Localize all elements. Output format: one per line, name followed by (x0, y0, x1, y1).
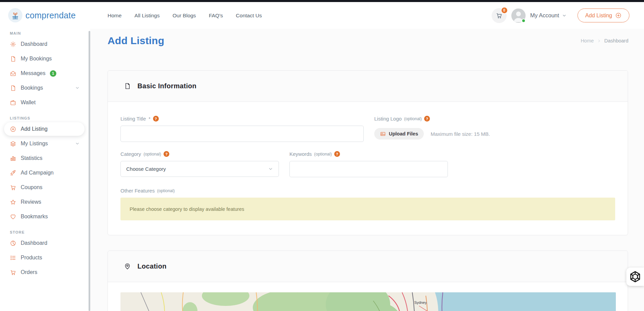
sidebar-section-listings: LISTINGS (0, 116, 89, 120)
breadcrumb-current: Dashboard (604, 38, 628, 43)
sidebar-item-bookings[interactable]: Bookings (4, 81, 84, 95)
sidebar-item-bookmarks[interactable]: Bookmarks (4, 210, 84, 223)
sidebar-item-products[interactable]: Products (4, 251, 84, 264)
card-title: Location (137, 262, 167, 270)
document-icon (124, 83, 131, 90)
brand-logo[interactable]: comprendate (0, 6, 89, 24)
sidebar-item-ad-campaign[interactable]: Ad Campaign (4, 166, 84, 180)
map-city-label: Sydney (414, 300, 427, 305)
sidebar-item-messages[interactable]: Messages 1 (4, 67, 84, 80)
nav-faqs[interactable]: FAQ's (209, 13, 223, 19)
bar-chart-icon (10, 155, 16, 162)
listing-title-input[interactable] (120, 126, 364, 142)
sidebar-item-coupons[interactable]: Coupons (4, 181, 84, 194)
messages-count-badge: 1 (50, 70, 56, 77)
sidebar-section-main: MAIN (0, 31, 89, 35)
wallet-icon (10, 99, 16, 106)
pie-chart-icon (10, 240, 16, 246)
add-listing-button[interactable]: Add Listing (577, 8, 629, 22)
listing-title-label: Listing Title* ? (120, 116, 364, 122)
plus-circle-icon (615, 12, 622, 19)
map-pin-icon (124, 263, 131, 270)
breadcrumb-home[interactable]: Home (581, 38, 594, 43)
sidebar-item-label: Bookmarks (21, 214, 48, 220)
card-title: Basic Information (137, 82, 196, 90)
sidebar-item-label: Orders (21, 269, 37, 275)
max-file-size-note: Maximum file size: 15 MB. (431, 131, 490, 137)
sidebar-item-label: Wallet (21, 99, 36, 106)
image-icon (380, 131, 386, 137)
sidebar-item-statistics[interactable]: Statistics (4, 151, 84, 165)
help-icon[interactable]: ? (334, 151, 340, 157)
location-card: Location (108, 251, 628, 311)
category-label: Category(optional) ? (120, 151, 279, 157)
rocket-icon (10, 170, 16, 176)
sidebar-item-label: Dashboard (21, 240, 47, 246)
page-content: Add Listing Home Dashboard Basic Informa… (90, 29, 644, 311)
brand-name: comprendate (25, 11, 76, 20)
star-icon (10, 199, 16, 205)
plus-circle-icon (10, 126, 16, 132)
keywords-label: Keywords(optional) ? (289, 151, 448, 157)
main-nav: Home All Listings Our Blogs FAQ's Contac… (108, 13, 262, 19)
help-icon[interactable]: ? (424, 116, 430, 122)
file-icon (10, 85, 16, 91)
sidebar-item-wallet[interactable]: Wallet (4, 96, 84, 109)
basic-information-card: Basic Information Listing Title* ? (108, 70, 628, 235)
heart-icon (10, 214, 16, 220)
sidebar-scrollbar[interactable] (89, 2, 90, 311)
chevron-down-icon (562, 13, 567, 18)
sidebar-item-label: Ad Campaign (21, 170, 54, 176)
file-icon (10, 56, 16, 62)
sidebar-item-label: Dashboard (21, 41, 47, 47)
cart-button[interactable]: 0 (492, 8, 507, 23)
sidebar-item-orders[interactable]: Orders (4, 266, 84, 279)
sidebar-item-my-listings[interactable]: My Listings (4, 137, 84, 150)
cart-count-badge: 0 (501, 7, 508, 14)
my-account-label: My Account (530, 12, 559, 19)
online-status-dot (522, 19, 526, 23)
sidebar-item-label: My Listings (21, 141, 48, 147)
brand-logo-icon (8, 8, 22, 22)
category-selected-value: Choose Category (126, 166, 166, 172)
nav-our-blogs[interactable]: Our Blogs (172, 13, 196, 19)
chevron-down-icon (268, 166, 273, 171)
help-icon[interactable]: ? (153, 116, 159, 122)
map[interactable]: Sydney (120, 292, 616, 311)
help-icon[interactable]: ? (164, 151, 169, 157)
nav-all-listings[interactable]: All Listings (134, 13, 159, 19)
sidebar-item-label: Add Listing (21, 126, 48, 132)
page-title: Add Listing (108, 35, 164, 47)
sidebar-item-label: My Bookings (21, 56, 52, 62)
sidebar-item-reviews[interactable]: Reviews (4, 195, 84, 209)
sidebar-item-dashboard[interactable]: Dashboard (4, 37, 84, 51)
chevron-down-icon (75, 86, 80, 90)
cart-icon (10, 269, 16, 276)
upload-files-button[interactable]: Upload Files (374, 128, 424, 140)
cart-icon (10, 184, 16, 191)
accessibility-widget-button[interactable] (626, 268, 644, 286)
sidebar-item-store-dashboard[interactable]: Dashboard (4, 236, 84, 250)
cart-icon (496, 12, 503, 19)
keywords-input[interactable] (289, 161, 448, 177)
listing-logo-label: Listing Logo(optional) ? (374, 116, 615, 122)
category-select[interactable]: Choose Category (120, 161, 279, 177)
sidebar-item-add-listing[interactable]: Add Listing (4, 122, 84, 136)
gear-icon (10, 41, 16, 48)
other-features-label: Other Features(optional) (120, 188, 615, 194)
nav-home[interactable]: Home (108, 13, 121, 19)
sidebar-item-label: Statistics (21, 155, 42, 161)
sidebar-item-label: Messages (21, 70, 45, 76)
sidebar-item-label: Products (21, 255, 42, 261)
my-account-menu[interactable]: My Account (530, 12, 567, 19)
avatar[interactable] (511, 8, 526, 23)
features-alert: Please choose category to display availa… (120, 198, 615, 220)
sidebar-item-label: Reviews (21, 199, 41, 205)
sidebar-item-label: Bookings (21, 85, 43, 91)
chevron-down-icon (75, 141, 80, 146)
mail-icon (10, 70, 16, 77)
nav-contact-us[interactable]: Contact Us (236, 13, 262, 19)
layers-icon (10, 141, 16, 147)
sidebar-item-my-bookings[interactable]: My Bookings (4, 52, 84, 66)
breadcrumb: Home Dashboard (581, 38, 628, 43)
